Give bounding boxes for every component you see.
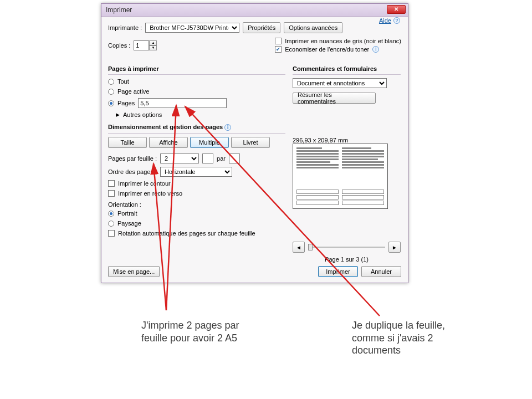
radio-pages[interactable]: [108, 100, 114, 106]
advanced-options-button[interactable]: Options avancées: [284, 22, 342, 33]
annotation-left: J'imprime 2 pages par feuille pour avoir…: [141, 319, 263, 344]
print-border-checkbox[interactable]: [108, 180, 115, 187]
duplex-checkbox[interactable]: [108, 190, 115, 197]
info-icon: ?: [393, 17, 400, 24]
preview-dimensions: 296,93 x 209,97 mm: [293, 137, 401, 144]
portrait-label: Portrait: [117, 210, 137, 217]
order-label: Ordre des pages :: [108, 168, 157, 175]
annotation-right: Je duplique la feuille, comme si j'avais…: [352, 319, 479, 357]
copies-input[interactable]: [134, 40, 149, 50]
orientation-section: Orientation :: [108, 201, 285, 208]
comments-section-title: Commentaires et formulaires: [293, 65, 401, 72]
duplex-label: Imprimer en recto verso: [118, 190, 182, 197]
save-ink-checkbox[interactable]: ✔: [275, 46, 282, 53]
radio-current-label: Page active: [117, 88, 149, 95]
help-link[interactable]: Aide: [379, 17, 391, 24]
spinner-buttons[interactable]: ▲▼: [149, 40, 157, 50]
autorotate-label: Rotation automatique des pages sur chaqu…: [118, 230, 255, 237]
radio-portrait[interactable]: [108, 211, 114, 217]
printer-label: Imprimante :: [108, 24, 142, 31]
printer-row: Imprimante : Brother MFC-J5730DW Printer…: [108, 22, 401, 33]
print-border-label: Imprimer le contour: [118, 180, 171, 187]
radio-pages-label: Pages: [117, 100, 135, 106]
per-sheet-label: Pages par feuille :: [108, 155, 157, 162]
preview-nav: ◄ ►: [293, 242, 401, 253]
info-icon: i: [224, 124, 231, 131]
summarize-comments-button[interactable]: Résumer les commentaires: [293, 93, 376, 104]
orientation-label: Orientation :: [108, 201, 141, 208]
landscape-label: Paysage: [117, 220, 141, 227]
print-dialog: Imprimer ✕ Aide ? Imprimante : Brother M…: [101, 3, 408, 283]
page-setup-button[interactable]: Mise en page...: [108, 266, 160, 277]
tab-booklet[interactable]: Livret: [231, 137, 270, 148]
cancel-button[interactable]: Annuler: [361, 266, 401, 277]
dialog-body: Aide ? Imprimante : Brother MFC-J5730DW …: [101, 17, 408, 283]
page-counter: Page 1 sur 3 (1): [293, 256, 401, 263]
next-page-button[interactable]: ►: [388, 242, 401, 253]
order-select[interactable]: Horizontale: [160, 167, 232, 177]
titlebar: Imprimer ✕: [101, 4, 408, 17]
copies-spinner[interactable]: ▲▼: [134, 40, 157, 50]
sizing-section-title: Dimensionnement et gestion des pages i: [108, 124, 285, 131]
by-label: par: [217, 155, 226, 162]
grayscale-checkbox[interactable]: [275, 38, 282, 44]
autorotate-checkbox[interactable]: [108, 230, 115, 237]
printer-select[interactable]: Brother MFC-J5730DW Printer: [145, 23, 239, 33]
radio-all-label: Tout: [117, 78, 129, 85]
properties-button[interactable]: Propriétés: [243, 22, 280, 33]
comments-select[interactable]: Document et annotations: [293, 78, 387, 88]
sizing-tabs: Taille Affiche Multiple Livret: [108, 137, 285, 148]
grayscale-label: Imprimer en nuances de gris (noir et bla…: [285, 38, 401, 44]
print-button[interactable]: Imprimer: [318, 266, 358, 277]
per-sheet-select[interactable]: 2: [160, 154, 199, 163]
dialog-title: Imprimer: [106, 6, 132, 14]
expand-icon[interactable]: ▶: [116, 112, 120, 117]
pages-section-title: Pages à imprimer: [108, 65, 285, 72]
close-button[interactable]: ✕: [387, 5, 406, 14]
print-preview: [293, 144, 388, 209]
grid-cols-input[interactable]: [202, 154, 213, 163]
tab-size[interactable]: Taille: [108, 137, 147, 148]
zoom-slider[interactable]: [308, 247, 385, 248]
radio-landscape[interactable]: [108, 221, 114, 227]
tab-multiple[interactable]: Multiple: [190, 137, 229, 148]
prev-page-button[interactable]: ◄: [293, 242, 305, 253]
more-options-label[interactable]: Autres options: [123, 111, 162, 118]
help-link-row: Aide ?: [379, 17, 400, 24]
pages-input[interactable]: [138, 98, 227, 108]
tab-poster[interactable]: Affiche: [149, 137, 188, 148]
radio-current[interactable]: [108, 89, 114, 95]
save-ink-label: Economiser de l'encre/du toner: [285, 46, 369, 53]
grid-rows-input[interactable]: [229, 154, 240, 163]
copies-label: Copies :: [108, 42, 130, 49]
radio-all[interactable]: [108, 79, 114, 85]
info-icon: i: [372, 46, 379, 53]
